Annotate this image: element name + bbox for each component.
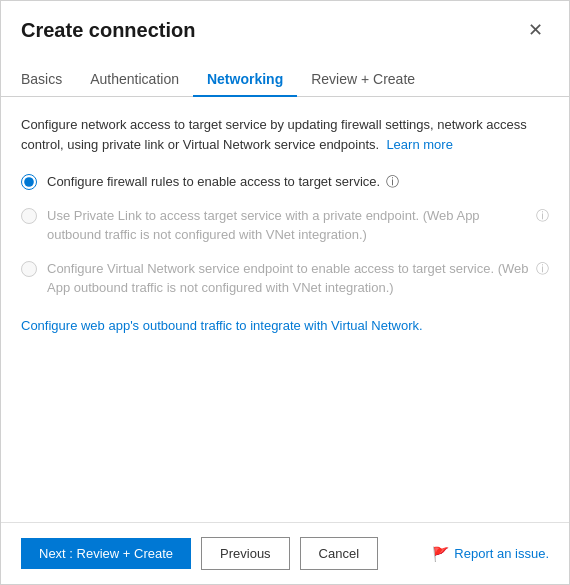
tab-networking[interactable]: Networking [193,63,297,97]
vnet-endpoint-radio[interactable] [21,261,37,277]
dialog-body: Configure network access to target servi… [1,97,569,522]
report-icon: 🚩 [432,546,449,562]
private-link-option[interactable]: Use Private Link to access target servic… [21,206,549,245]
cancel-button[interactable]: Cancel [300,537,378,570]
close-button[interactable]: ✕ [522,17,549,43]
next-button[interactable]: Next : Review + Create [21,538,191,569]
report-issue-link[interactable]: 🚩 Report an issue. [432,546,549,562]
dialog-footer: Next : Review + Create Previous Cancel 🚩… [1,522,569,584]
network-options-group: Configure firewall rules to enable acces… [21,172,549,298]
firewall-label: Configure firewall rules to enable acces… [47,172,380,192]
report-label: Report an issue. [454,546,549,561]
create-connection-dialog: Create connection ✕ Basics Authenticatio… [0,0,570,585]
vnet-endpoint-option[interactable]: Configure Virtual Network service endpoi… [21,259,549,298]
description-text: Configure network access to target servi… [21,115,549,154]
dialog-title: Create connection [21,19,195,42]
vnet-endpoint-label: Configure Virtual Network service endpoi… [47,259,530,298]
dialog-header: Create connection ✕ [1,1,569,43]
firewall-info-icon[interactable]: ⓘ [386,173,399,191]
tab-basics[interactable]: Basics [21,63,76,97]
private-link-label: Use Private Link to access target servic… [47,206,530,245]
previous-button[interactable]: Previous [201,537,290,570]
vnet-configure-link[interactable]: Configure web app's outbound traffic to … [21,318,423,333]
private-link-radio[interactable] [21,208,37,224]
learn-more-link[interactable]: Learn more [386,137,452,152]
tab-review-create[interactable]: Review + Create [297,63,429,97]
tab-authentication[interactable]: Authentication [76,63,193,97]
vnet-endpoint-info-icon[interactable]: ⓘ [536,260,549,278]
firewall-option[interactable]: Configure firewall rules to enable acces… [21,172,549,192]
vnet-link-section: Configure web app's outbound traffic to … [21,318,549,333]
private-link-info-icon[interactable]: ⓘ [536,207,549,225]
firewall-radio[interactable] [21,174,37,190]
tab-bar: Basics Authentication Networking Review … [1,51,569,97]
